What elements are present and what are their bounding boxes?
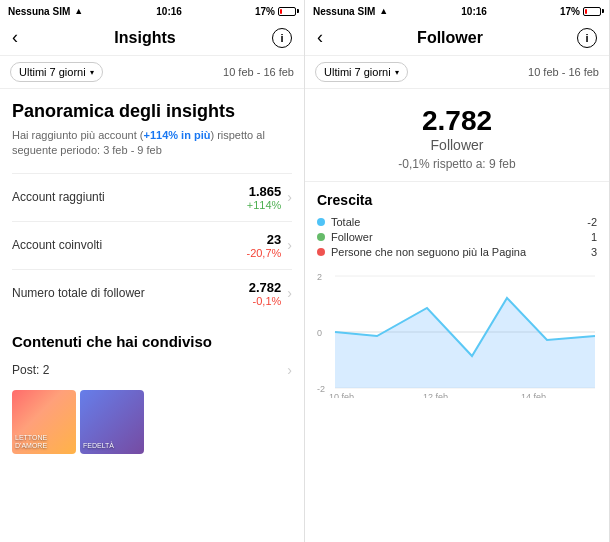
info-button-left[interactable]: i	[272, 28, 292, 48]
nav-bar-left: ‹ Insights i	[0, 20, 304, 56]
metric-change: -20,7%	[246, 247, 281, 259]
chevron-down-icon-right: ▾	[395, 68, 399, 77]
metric-main: 1.865	[247, 184, 282, 199]
follower-change: -0,1% rispetto a: 9 feb	[317, 157, 597, 171]
follower-hero: 2.782 Follower -0,1% rispetto a: 9 feb	[305, 89, 609, 182]
battery-percent-right: 17%	[560, 6, 580, 17]
metric-main: 23	[246, 232, 281, 247]
metric-value-wrap: 23 -20,7% ›	[246, 232, 292, 259]
content-section-title: Contenuti che hai condiviso	[12, 333, 292, 350]
metric-chevron-icon: ›	[287, 189, 292, 205]
carrier-left: Nessuna SIM	[8, 6, 70, 17]
svg-text:0: 0	[317, 328, 322, 338]
metric-row[interactable]: Account coinvolti 23 -20,7% ›	[12, 221, 292, 269]
time-right: 10:16	[461, 6, 487, 17]
post-chevron-icon[interactable]: ›	[287, 362, 292, 378]
svg-text:10 feb: 10 feb	[329, 392, 354, 398]
metric-row[interactable]: Account raggiunti 1.865 +114% ›	[12, 173, 292, 221]
overview-title: Panoramica degli insights	[12, 101, 292, 122]
status-bar-left: Nessuna SIM ▲ 10:16 17%	[0, 0, 304, 20]
legend-item: Totale -2	[317, 216, 597, 228]
post-thumbnails: LETTONE D'AMORE FEDELTÀ	[12, 390, 292, 454]
status-left-right: Nessuna SIM ▲	[313, 6, 388, 17]
date-range-right: 10 feb - 16 feb	[528, 66, 599, 78]
follower-number: 2.782	[317, 105, 597, 137]
legend-value: 3	[591, 246, 597, 258]
date-filter-right[interactable]: Ultimi 7 giorni ▾	[315, 62, 408, 82]
chart-svg: 2 0 -2 10 feb 12 feb 14 feb	[317, 268, 597, 398]
nav-bar-right: ‹ Follower i	[305, 20, 609, 56]
legend-item: Persone che non seguono più la Pagina 3	[317, 246, 597, 258]
metric-value-wrap: 1.865 +114% ›	[247, 184, 292, 211]
left-panel: Nessuna SIM ▲ 10:16 17% ‹ Insights i Ult…	[0, 0, 305, 542]
legend-item: Follower 1	[317, 231, 597, 243]
filter-bar-right: Ultimi 7 giorni ▾ 10 feb - 16 feb	[305, 56, 609, 89]
filter-bar-left: Ultimi 7 giorni ▾ 10 feb - 16 feb	[0, 56, 304, 89]
page-title-right: Follower	[323, 29, 577, 47]
filter-label-left: Ultimi 7 giorni	[19, 66, 86, 78]
legend-label: Totale	[331, 216, 360, 228]
chevron-down-icon-left: ▾	[90, 68, 94, 77]
metrics-list: Account raggiunti 1.865 +114% › Account …	[12, 173, 292, 317]
growth-legend: Totale -2 Follower 1 Persone che non seg…	[317, 216, 597, 258]
carrier-right: Nessuna SIM	[313, 6, 375, 17]
date-filter-left[interactable]: Ultimi 7 giorni ▾	[10, 62, 103, 82]
metric-value-wrap: 2.782 -0,1% ›	[249, 280, 292, 307]
metric-change: -0,1%	[249, 295, 282, 307]
status-right-left: 17%	[255, 6, 296, 17]
growth-title: Crescita	[317, 192, 597, 208]
post-label: Post: 2	[12, 363, 49, 377]
follower-chart: 2 0 -2 10 feb 12 feb 14 feb	[317, 268, 597, 398]
date-range-left: 10 feb - 16 feb	[223, 66, 294, 78]
metric-value: 2.782 -0,1%	[249, 280, 282, 307]
post-row: Post: 2 ›	[12, 356, 292, 384]
filter-label-right: Ultimi 7 giorni	[324, 66, 391, 78]
thumbnail-1[interactable]: LETTONE D'AMORE	[12, 390, 76, 454]
svg-text:12 feb: 12 feb	[423, 392, 448, 398]
thumb-text-1: LETTONE D'AMORE	[15, 434, 73, 451]
right-panel: Nessuna SIM ▲ 10:16 17% ‹ Follower i Ult…	[305, 0, 610, 542]
growth-section: Crescita Totale -2 Follower 1 Persone ch…	[305, 182, 609, 408]
battery-percent-left: 17%	[255, 6, 275, 17]
metric-label: Account raggiunti	[12, 190, 105, 204]
status-right-right: 17%	[560, 6, 601, 17]
page-title-left: Insights	[18, 29, 272, 47]
status-left: Nessuna SIM ▲	[8, 6, 83, 17]
legend-dot	[317, 248, 325, 256]
svg-text:2: 2	[317, 272, 322, 282]
thumbnail-2[interactable]: FEDELTÀ	[80, 390, 144, 454]
legend-label: Follower	[331, 231, 373, 243]
chart-fill	[335, 298, 595, 388]
legend-value: 1	[591, 231, 597, 243]
metric-change: +114%	[247, 199, 282, 211]
battery-icon-right	[583, 7, 601, 16]
wifi-icon-left: ▲	[74, 6, 83, 16]
follower-label: Follower	[317, 137, 597, 153]
svg-text:14 feb: 14 feb	[521, 392, 546, 398]
left-content: Panoramica degli insights Hai raggiunto …	[0, 89, 304, 542]
legend-dot	[317, 233, 325, 241]
svg-text:-2: -2	[317, 384, 325, 394]
metric-label: Numero totale di follower	[12, 286, 145, 300]
metric-value: 23 -20,7%	[246, 232, 281, 259]
info-button-right[interactable]: i	[577, 28, 597, 48]
wifi-icon-right: ▲	[379, 6, 388, 16]
metric-chevron-icon: ›	[287, 285, 292, 301]
legend-value: -2	[587, 216, 597, 228]
metric-main: 2.782	[249, 280, 282, 295]
status-bar-right: Nessuna SIM ▲ 10:16 17%	[305, 0, 609, 20]
battery-icon-left	[278, 7, 296, 16]
thumb-text-2: FEDELTÀ	[83, 442, 141, 450]
metric-value: 1.865 +114%	[247, 184, 282, 211]
overview-subtitle: Hai raggiunto più account (+114% in più)…	[12, 128, 292, 159]
time-left: 10:16	[156, 6, 182, 17]
metric-label: Account coinvolti	[12, 238, 102, 252]
metric-chevron-icon: ›	[287, 237, 292, 253]
legend-label: Persone che non seguono più la Pagina	[331, 246, 526, 258]
metric-row[interactable]: Numero totale di follower 2.782 -0,1% ›	[12, 269, 292, 317]
legend-dot	[317, 218, 325, 226]
